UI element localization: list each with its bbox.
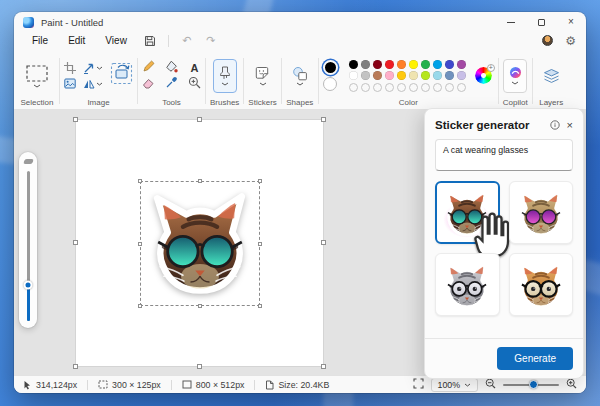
color-swatch[interactable] bbox=[445, 60, 454, 69]
zoom-out-button[interactable] bbox=[485, 378, 496, 391]
layers-button[interactable] bbox=[537, 67, 566, 85]
canvas-resize-handle[interactable] bbox=[321, 240, 326, 245]
color-swatch[interactable] bbox=[349, 60, 358, 69]
color-swatch[interactable] bbox=[397, 60, 406, 69]
shapes-button[interactable] bbox=[286, 65, 314, 87]
account-avatar[interactable] bbox=[542, 35, 553, 46]
canvas-resize-handle[interactable] bbox=[321, 117, 326, 122]
selection-handle[interactable] bbox=[198, 304, 202, 308]
color-swatch[interactable] bbox=[385, 71, 394, 80]
custom-color-slot[interactable] bbox=[361, 83, 370, 92]
selection-tool-button[interactable] bbox=[19, 63, 55, 89]
color-swatch[interactable] bbox=[409, 60, 418, 69]
color-swatch[interactable] bbox=[433, 71, 442, 80]
menu-item-edit[interactable]: Edit bbox=[59, 33, 94, 48]
magnifier-tool-button[interactable] bbox=[188, 75, 201, 93]
size-slider-track[interactable] bbox=[27, 171, 30, 321]
pasted-sticker-selection[interactable] bbox=[140, 181, 260, 306]
rotate-button[interactable] bbox=[110, 62, 133, 89]
color-swatch[interactable] bbox=[361, 71, 370, 80]
canvas-resize-handle[interactable] bbox=[73, 364, 78, 369]
fit-to-window-button[interactable] bbox=[413, 378, 424, 391]
custom-color-slot[interactable] bbox=[397, 83, 406, 92]
custom-color-slot[interactable] bbox=[445, 83, 454, 92]
selection-handle[interactable] bbox=[258, 304, 262, 308]
copilot-button[interactable] bbox=[503, 59, 527, 93]
sticker-result-cat-purple-sunglasses[interactable] bbox=[509, 181, 574, 244]
zoom-slider-thumb[interactable] bbox=[529, 380, 538, 389]
color-swatch[interactable] bbox=[373, 71, 382, 80]
drawing-canvas[interactable] bbox=[76, 120, 323, 366]
custom-color-slot[interactable] bbox=[457, 83, 466, 92]
color-swatch[interactable] bbox=[361, 60, 370, 69]
color-swatch[interactable] bbox=[457, 60, 466, 69]
custom-color-slot[interactable] bbox=[349, 83, 358, 92]
background-color-well[interactable] bbox=[323, 77, 337, 91]
close-button[interactable]: × bbox=[556, 14, 586, 30]
color-swatch[interactable] bbox=[409, 71, 418, 80]
color-swatch[interactable] bbox=[457, 71, 466, 80]
sticker-results-grid bbox=[435, 181, 573, 316]
color-swatch[interactable] bbox=[445, 71, 454, 80]
custom-color-slot[interactable] bbox=[433, 83, 442, 92]
select-image-button[interactable] bbox=[64, 78, 76, 89]
color-swatch[interactable] bbox=[421, 71, 430, 80]
edit-colors-button[interactable]: + bbox=[475, 67, 492, 84]
selection-size-icon bbox=[98, 380, 108, 389]
color-swatch[interactable] bbox=[349, 71, 358, 80]
info-button[interactable] bbox=[550, 120, 560, 130]
crop-button[interactable] bbox=[64, 62, 76, 74]
canvas-resize-handle[interactable] bbox=[73, 117, 78, 122]
color-picker-button[interactable] bbox=[165, 75, 178, 93]
prompt-input[interactable]: A cat wearing glasses bbox=[435, 139, 573, 171]
color-swatch[interactable] bbox=[433, 60, 442, 69]
selection-handle[interactable] bbox=[138, 242, 142, 246]
add-color-icon: + bbox=[487, 64, 495, 72]
canvas-resize-handle[interactable] bbox=[197, 364, 202, 369]
undo-button[interactable]: ↶ bbox=[177, 33, 197, 49]
color-swatch[interactable] bbox=[373, 60, 382, 69]
text-tool-button[interactable]: A bbox=[191, 63, 199, 73]
menu-item-view[interactable]: View bbox=[96, 33, 136, 48]
canvas-resize-handle[interactable] bbox=[197, 117, 202, 122]
sticker-result-cat-orange-big-glasses[interactable] bbox=[509, 253, 574, 316]
color-swatch[interactable] bbox=[385, 60, 394, 69]
color-swatch[interactable] bbox=[421, 60, 430, 69]
resize-button[interactable] bbox=[83, 62, 103, 74]
size-slider-thumb[interactable] bbox=[24, 281, 33, 290]
selection-handle[interactable] bbox=[258, 179, 262, 183]
minimize-button[interactable] bbox=[496, 14, 526, 30]
selection-marquee-icon bbox=[25, 64, 49, 83]
custom-color-slot[interactable] bbox=[409, 83, 418, 92]
sticker-result-cat-teal-sunglasses[interactable] bbox=[435, 181, 500, 244]
stroke-width-icon bbox=[23, 159, 34, 164]
canvas-resize-handle[interactable] bbox=[321, 364, 326, 369]
maximize-button[interactable] bbox=[526, 14, 556, 30]
custom-color-slot[interactable] bbox=[385, 83, 394, 92]
color-swatch[interactable] bbox=[397, 71, 406, 80]
foreground-color-well[interactable] bbox=[323, 60, 338, 75]
panel-close-button[interactable]: × bbox=[567, 120, 573, 130]
zoom-in-icon bbox=[566, 378, 577, 389]
selection-handle[interactable] bbox=[258, 242, 262, 246]
generate-button[interactable]: Generate bbox=[497, 347, 573, 370]
eraser-tool-button[interactable] bbox=[142, 75, 155, 93]
brush-size-slider[interactable] bbox=[19, 152, 37, 328]
zoom-slider[interactable] bbox=[503, 380, 559, 390]
selection-handle[interactable] bbox=[138, 304, 142, 308]
zoom-level-dropdown[interactable]: 100% bbox=[431, 378, 479, 392]
brushes-button[interactable] bbox=[213, 59, 237, 93]
flip-button[interactable] bbox=[83, 79, 103, 89]
redo-button[interactable]: ↷ bbox=[201, 33, 221, 49]
stickers-button[interactable] bbox=[249, 65, 276, 87]
canvas-resize-handle[interactable] bbox=[73, 240, 78, 245]
save-button[interactable] bbox=[140, 33, 160, 49]
custom-color-slot[interactable] bbox=[421, 83, 430, 92]
selection-handle[interactable] bbox=[138, 179, 142, 183]
settings-gear-icon[interactable]: ⚙ bbox=[565, 34, 576, 48]
sticker-result-cat-gray-round-glasses[interactable] bbox=[435, 253, 500, 316]
zoom-in-button[interactable] bbox=[566, 378, 577, 391]
menu-item-file[interactable]: File bbox=[23, 33, 57, 48]
custom-color-slot[interactable] bbox=[373, 83, 382, 92]
selection-handle[interactable] bbox=[198, 179, 202, 183]
